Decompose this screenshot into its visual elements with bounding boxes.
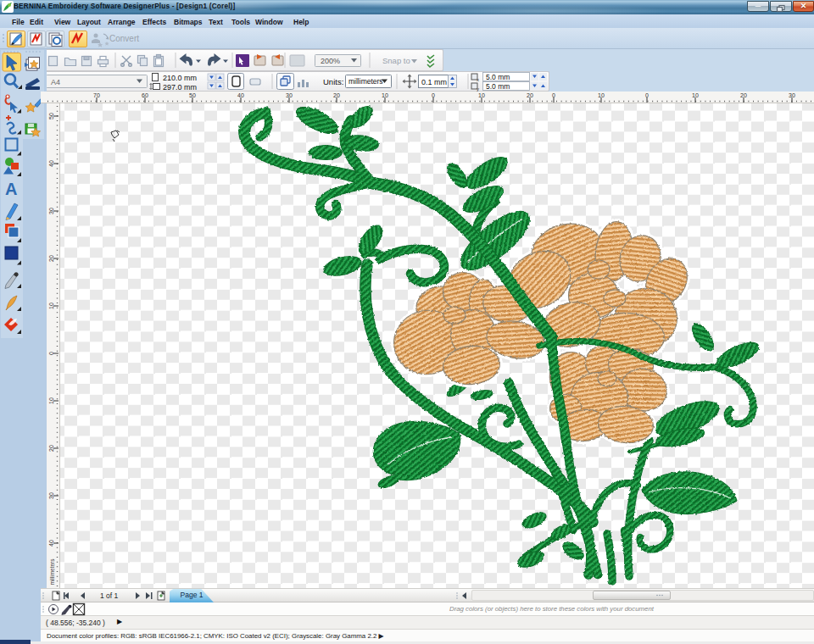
svg-text:10: 10 xyxy=(478,92,485,98)
svg-text:0.1 mm: 0.1 mm xyxy=(421,78,447,86)
svg-text:10: 10 xyxy=(692,92,699,98)
svg-text:40: 40 xyxy=(48,160,54,167)
svg-text:20: 20 xyxy=(48,445,54,452)
svg-text:20: 20 xyxy=(740,92,747,98)
svg-text:Convert: Convert xyxy=(109,34,139,43)
svg-text:millimeters: millimeters xyxy=(348,77,383,86)
svg-text:210.0 mm: 210.0 mm xyxy=(163,74,197,82)
svg-text:0: 0 xyxy=(552,92,555,98)
svg-text:30: 30 xyxy=(286,92,293,98)
svg-text:30: 30 xyxy=(48,208,54,214)
svg-text:10: 10 xyxy=(48,303,54,309)
svg-text:Snap to: Snap to xyxy=(382,56,410,65)
svg-text:297.0 mm: 297.0 mm xyxy=(163,83,197,92)
svg-text:5.0 mm: 5.0 mm xyxy=(486,82,510,91)
svg-text:0: 0 xyxy=(645,92,649,98)
svg-text:20: 20 xyxy=(333,92,340,98)
svg-text:5.0 mm: 5.0 mm xyxy=(486,73,510,81)
svg-text:Units:: Units: xyxy=(323,77,343,86)
svg-text:50: 50 xyxy=(189,92,196,98)
svg-text:20: 20 xyxy=(48,255,54,262)
svg-text:10: 10 xyxy=(48,397,54,404)
svg-text:20: 20 xyxy=(527,92,533,98)
svg-text:40: 40 xyxy=(237,92,244,98)
svg-text:0: 0 xyxy=(48,352,54,355)
svg-text:70: 70 xyxy=(93,92,100,98)
svg-text:30: 30 xyxy=(789,92,795,98)
svg-text:x: x xyxy=(477,77,479,82)
svg-text:10: 10 xyxy=(598,92,605,98)
svg-text:0: 0 xyxy=(432,92,435,98)
svg-text:30: 30 xyxy=(48,492,54,499)
svg-text:millimeters: millimeters xyxy=(49,558,55,586)
svg-text:10: 10 xyxy=(382,92,388,98)
svg-text:40: 40 xyxy=(48,540,54,547)
svg-text:50: 50 xyxy=(48,113,54,119)
svg-text:A: A xyxy=(5,180,17,198)
svg-text:200%: 200% xyxy=(321,57,340,65)
svg-text:A4: A4 xyxy=(51,78,60,86)
svg-text:60: 60 xyxy=(142,92,148,98)
